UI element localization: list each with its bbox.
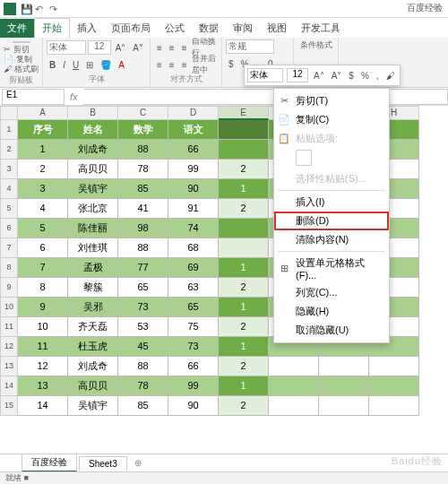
paste-option-1[interactable] (296, 150, 312, 166)
underline-button[interactable]: U (70, 60, 82, 70)
row-header[interactable]: 12 (0, 337, 18, 357)
cell[interactable]: 吴邪 (68, 298, 118, 317)
cell[interactable]: 41 (118, 199, 168, 219)
col-a[interactable]: A (18, 106, 68, 120)
mini-font-select[interactable]: 宋体 (247, 68, 283, 82)
sheet-tab-1[interactable]: 百度经验 (22, 454, 77, 472)
cell[interactable]: 78 (118, 160, 168, 179)
cell[interactable]: 88 (118, 238, 168, 258)
cell[interactable]: 69 (168, 258, 219, 278)
row-header[interactable]: 14 (0, 376, 18, 396)
formula-input[interactable] (83, 89, 448, 105)
row-header[interactable]: 2 (0, 140, 18, 160)
cell[interactable]: 1 (219, 376, 269, 396)
cell[interactable]: 11 (18, 337, 68, 357)
row-header[interactable]: 13 (0, 357, 18, 376)
align-mid-icon[interactable]: ≡ (167, 43, 177, 53)
increase-font-icon[interactable]: A˄ (113, 43, 129, 53)
cell[interactable]: 75 (168, 317, 219, 337)
mini-percent-icon[interactable]: % (359, 71, 371, 81)
cell[interactable]: 1 (219, 337, 269, 357)
align-center-icon[interactable]: ≡ (167, 60, 177, 70)
row-header[interactable]: 1 (0, 120, 18, 140)
tab-dev[interactable]: 开发工具 (294, 19, 348, 38)
col-d[interactable]: D (168, 106, 219, 120)
paste-icon[interactable] (13, 41, 30, 43)
row-header[interactable]: 5 (0, 199, 18, 219)
row-header[interactable]: 9 (0, 278, 18, 298)
header-cell[interactable]: 姓名 (68, 120, 118, 140)
currency-icon[interactable]: $ (226, 59, 237, 69)
cell[interactable] (219, 140, 269, 160)
tab-home[interactable]: 开始 (34, 18, 70, 38)
cell[interactable]: 73 (168, 337, 219, 357)
ctx-copy[interactable]: 📄复制(C) (274, 110, 389, 129)
cell[interactable]: 1 (18, 140, 68, 160)
name-box[interactable]: E1 (2, 89, 65, 105)
cell[interactable]: 9 (18, 298, 68, 317)
tab-insert[interactable]: 插入 (70, 19, 104, 38)
ctx-clear[interactable]: 清除内容(N) (274, 230, 389, 249)
cell[interactable]: 68 (168, 238, 219, 258)
row-header[interactable]: 6 (0, 219, 18, 238)
tab-review[interactable]: 审阅 (226, 19, 260, 38)
cell[interactable]: 8 (18, 278, 68, 298)
fill-color-icon[interactable]: 🪣 (98, 60, 114, 70)
cell[interactable]: 齐天磊 (68, 317, 118, 337)
cell[interactable]: 99 (168, 376, 219, 396)
row-header[interactable]: 8 (0, 258, 18, 278)
cell[interactable]: 2 (219, 396, 269, 416)
cell[interactable]: 65 (118, 278, 168, 298)
cell[interactable]: 2 (219, 199, 269, 219)
row-header[interactable]: 4 (0, 179, 18, 199)
cell[interactable]: 85 (118, 179, 168, 199)
header-cell[interactable]: 数学 (118, 120, 168, 140)
undo-icon[interactable]: ↶ (35, 4, 46, 14)
sheet-tab-2[interactable]: Sheet3 (79, 456, 127, 471)
border-icon[interactable]: ⊞ (83, 60, 96, 70)
cell[interactable]: 78 (118, 376, 168, 396)
mini-inc-font-icon[interactable]: A˄ (312, 71, 326, 81)
cell[interactable]: 1 (219, 258, 269, 278)
save-icon[interactable]: 💾 (21, 4, 31, 14)
tab-data[interactable]: 数据 (192, 19, 226, 38)
cell[interactable]: 3 (18, 179, 68, 199)
mini-brush-icon[interactable]: 🖌 (384, 71, 397, 81)
cell[interactable]: 77 (118, 258, 168, 278)
format-painter-button[interactable]: 🖌 格式刷 (4, 65, 39, 74)
bold-button[interactable]: B (47, 60, 58, 70)
ctx-insert[interactable]: 插入(I) (274, 193, 389, 212)
add-sheet-button[interactable]: ⊕ (129, 456, 147, 470)
redo-icon[interactable]: ↷ (49, 4, 60, 14)
ctx-format-cells[interactable]: ⊞设置单元格格式(F)... (274, 254, 389, 283)
cell[interactable]: 张北京 (68, 199, 118, 219)
ctx-unhide[interactable]: 取消隐藏(U) (274, 321, 389, 340)
cell[interactable]: 91 (168, 199, 219, 219)
tab-layout[interactable]: 页面布局 (104, 19, 158, 38)
font-name-select[interactable]: 宋体 (47, 40, 86, 55)
cell[interactable]: 刘成奇 (68, 140, 118, 160)
cell[interactable]: 74 (168, 219, 219, 238)
ctx-col-width[interactable]: 列宽(C)... (274, 283, 389, 302)
align-top-icon[interactable]: ≡ (154, 43, 165, 53)
number-format-select[interactable]: 常规 (226, 39, 274, 54)
cell[interactable]: 高贝贝 (68, 376, 118, 396)
cell[interactable]: 14 (18, 396, 68, 416)
cell[interactable]: 孟极 (68, 258, 118, 278)
cell[interactable]: 10 (18, 317, 68, 337)
cell[interactable] (219, 219, 269, 238)
cell[interactable]: 1 (219, 179, 269, 199)
cell[interactable]: 99 (168, 160, 219, 179)
col-c[interactable]: C (118, 106, 168, 120)
cell[interactable]: 黎簇 (68, 278, 118, 298)
cell[interactable]: 2 (18, 160, 68, 179)
cell[interactable]: 66 (168, 140, 219, 160)
tab-file[interactable]: 文件 (0, 19, 34, 38)
cell[interactable]: 2 (219, 357, 269, 376)
tab-view[interactable]: 视图 (260, 19, 294, 38)
mini-currency-icon[interactable]: $ (347, 71, 356, 81)
cell[interactable]: 刘成奇 (68, 357, 118, 376)
cell[interactable]: 73 (118, 298, 168, 317)
fx-icon[interactable]: fx (65, 91, 83, 102)
col-b[interactable]: B (68, 106, 118, 120)
